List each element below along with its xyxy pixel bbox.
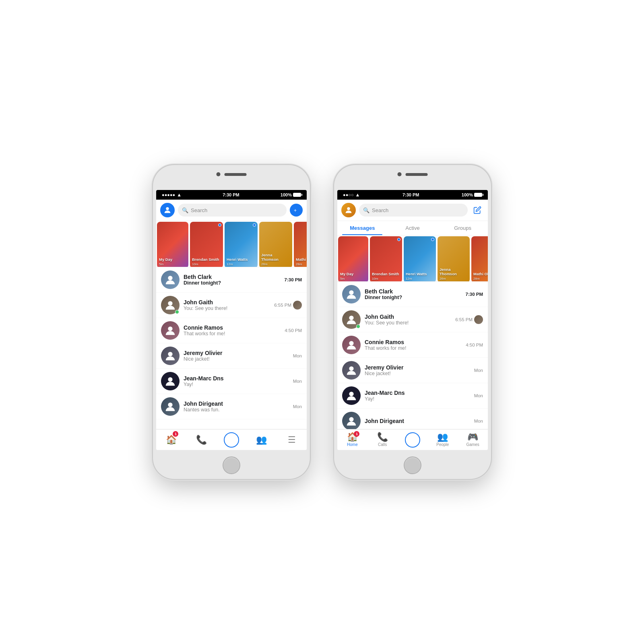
convo-beth-1[interactable]: Beth Clark Dinner tonight? 7:30 PM (156, 267, 307, 293)
convo-john-2[interactable]: John Gaith You: See you there! 6:55 PM (337, 307, 488, 332)
story-label-brendan-1: Brendan Smith10m (192, 257, 221, 266)
time-2: 7:30 PM (402, 192, 419, 197)
speaker (225, 173, 247, 176)
wifi-icon-1: ▲ (177, 192, 182, 198)
tab-active-2[interactable]: Active (388, 223, 438, 233)
home-badge-1: 1 (173, 431, 178, 437)
convo-jeremy-1[interactable]: Jeremy Olivier Nice jacket! Mon (156, 343, 307, 369)
battery-icon-1 (293, 193, 301, 197)
search-bar-2[interactable]: 🔍 Search (359, 204, 468, 217)
nav-calls-2[interactable]: 📞 Calls (367, 429, 398, 450)
story-brendan-2[interactable]: Brendan Smith10m (370, 236, 402, 282)
convo-time-john2-2: Mon (474, 419, 483, 423)
story-brendan-1[interactable]: Brendan Smith10m (190, 222, 223, 267)
calls-icon-2: 📞 (377, 433, 388, 442)
convo-name-john2-2: John Dirigeant (365, 418, 470, 424)
story-henri-2[interactable]: Henri Watts12m (404, 236, 436, 282)
story-label-myday-2: My Day5m (340, 272, 366, 281)
story-myday-1[interactable]: My Day5m (157, 222, 188, 267)
avatar-connie-2 (342, 336, 361, 354)
nav-calls-1[interactable]: 📞 (186, 429, 217, 450)
svg-point-0 (166, 207, 169, 210)
tab-messages-2[interactable]: Messages (337, 223, 388, 233)
nav-home-2[interactable]: 🏠 1 Home (337, 429, 367, 450)
camera-2 (398, 172, 402, 176)
avatar-john2-1 (161, 397, 180, 416)
svg-point-4 (168, 326, 172, 331)
convo-time-connie-1: 4:50 PM (285, 328, 302, 333)
profile-avatar-1[interactable] (160, 203, 175, 217)
story-label-jenna-2: Jenna Thomson26m (440, 267, 468, 281)
svg-point-12 (349, 366, 353, 371)
convo-connie-2[interactable]: Connie Ramos That works for me! 4:50 PM (337, 332, 488, 358)
nav-menu-1[interactable]: ☰ (277, 429, 307, 450)
story-henri-1[interactable]: Henri Watts12m (225, 222, 258, 267)
phone-1: ●●●●● ▲ 7:30 PM 100% 🔍 Search (153, 165, 310, 479)
convo-body-connie-2: Connie Ramos That works for me! (365, 339, 462, 351)
phone-top-hardware-2 (398, 172, 428, 176)
nav-people-2[interactable]: 👥 People (427, 429, 458, 450)
nav-camera-2[interactable] (398, 429, 428, 450)
convo-body-john2-1: John Dirigeant Nantes was fun. (184, 400, 289, 413)
battery-pct-1: 100% (281, 192, 292, 197)
svg-point-3 (168, 301, 172, 305)
convo-jeremy-2[interactable]: Jeremy Olivier Nice jacket! Mon (337, 358, 488, 383)
edit-button-2[interactable] (471, 204, 484, 217)
search-icon-1: 🔍 (182, 207, 188, 213)
convo-time-john-2: 6:55 PM (455, 317, 473, 322)
story-label-jenna-1: Jenna Thomson26m (261, 253, 290, 266)
compose-button-1[interactable]: + (290, 204, 303, 217)
tab-groups-2[interactable]: Groups (438, 223, 488, 233)
search-placeholder-2: Search (372, 207, 388, 213)
nav-games-2[interactable]: 🎮 Games (458, 429, 488, 450)
story-mathi-2[interactable]: Mathi Olivie28m (471, 236, 488, 282)
home-button-1[interactable] (223, 456, 240, 474)
avatar-john-1 (161, 296, 180, 314)
calls-label-2: Calls (378, 442, 387, 447)
avatar-jeanmarc-2 (342, 386, 361, 405)
search-bar-1[interactable]: 🔍 Search (178, 204, 287, 217)
convo-time-beth-1: 7:30 PM (285, 277, 302, 282)
story-dot-brendan-2 (397, 238, 400, 241)
convo-body-beth-1: Beth Clark Dinner tonight? (184, 274, 281, 286)
convo-beth-2[interactable]: Beth Clark Dinner tonight? 7:30 PM (337, 282, 488, 307)
convo-name-john-2: John Gaith (365, 314, 451, 320)
games-icon-2: 🎮 (467, 433, 478, 442)
nav-home-1[interactable]: 🏠 1 (156, 429, 186, 450)
story-dot-henri-2 (431, 238, 434, 241)
nav-people-1[interactable]: 👥 (246, 429, 277, 450)
svg-point-5 (168, 352, 172, 356)
story-jenna-1[interactable]: Jenna Thomson26m (259, 222, 292, 267)
search-placeholder-1: Search (191, 207, 207, 213)
svg-point-11 (349, 341, 353, 345)
convo-jeanmarc-2[interactable]: Jean-Marc Dns Yay! Mon (337, 383, 488, 409)
profile-avatar-2[interactable] (341, 203, 356, 217)
convo-jeanmarc-1[interactable]: Jean-Marc Dns Yay! Mon (156, 369, 307, 394)
story-label-brendan-2: Brendan Smith10m (372, 272, 400, 281)
story-mathi-1[interactable]: Mathi Olivie28m (294, 222, 307, 267)
story-myday-2[interactable]: My Day5m (338, 236, 368, 282)
svg-point-6 (168, 377, 172, 382)
convo-body-jeremy-1: Jeremy Olivier Nice jacket! (184, 350, 289, 362)
convo-connie-1[interactable]: Connie Ramos That works for me! 4:50 PM (156, 318, 307, 343)
search-icon-2: 🔍 (363, 207, 369, 213)
convo-john2-2[interactable]: John Dirigeant Mon (337, 409, 488, 429)
convo-john-1[interactable]: John Gaith You: See you there! 6:55 PM (156, 293, 307, 318)
story-dot-brendan-1 (218, 223, 221, 227)
convo-john2-1[interactable]: John Dirigeant Nantes was fun. Mon (156, 394, 307, 419)
convo-time-jeremy-1: Mon (293, 353, 302, 358)
svg-point-14 (349, 417, 353, 421)
convo-name-john-1: John Gaith (184, 299, 270, 305)
convo-body-connie-1: Connie Ramos That works for me! (184, 324, 281, 336)
conversation-list-1: Beth Clark Dinner tonight? 7:30 PM John … (156, 267, 307, 429)
avatar-jeremy-2 (342, 361, 361, 380)
online-dot-john-2 (356, 324, 360, 328)
phone-top-hardware (217, 172, 247, 176)
convo-body-john-1: John Gaith You: See you there! (184, 299, 270, 311)
nav-camera-1[interactable] (217, 429, 247, 450)
convo-time-john-1: 6:55 PM (274, 303, 291, 308)
convo-name-jeremy-1: Jeremy Olivier (184, 350, 289, 356)
story-jenna-2[interactable]: Jenna Thomson26m (438, 236, 470, 282)
home-button-2[interactable] (404, 456, 421, 474)
convo-preview-connie-1: That works for me! (184, 331, 281, 336)
